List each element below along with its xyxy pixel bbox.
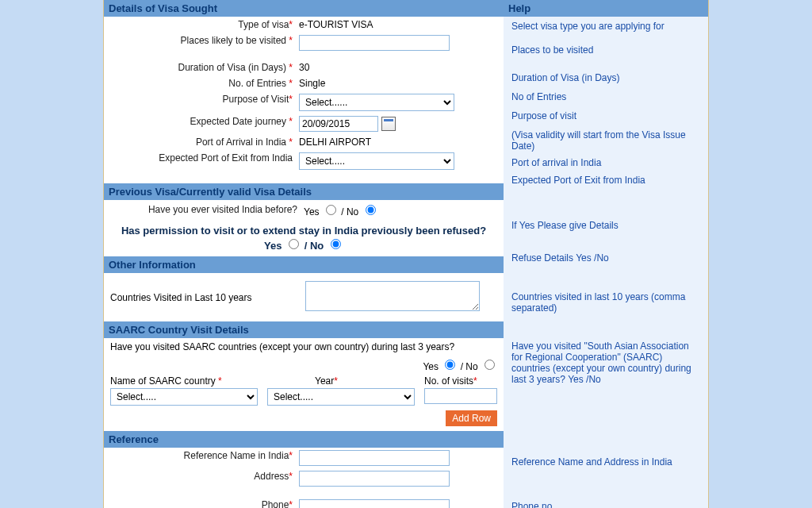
value-entries: Single [299,78,499,89]
text-slash: / [341,206,347,217]
section-header-help: Help [504,0,708,17]
port-exit-select[interactable]: Select..... [299,152,454,170]
section-header-prev: Previous Visa/Currently valid Visa Detai… [104,183,504,200]
help-places: Places to be visited [504,36,708,60]
saarc-year-select[interactable]: Select..... [267,388,415,406]
page-margin-right [709,0,812,508]
main-form-area: Details of Visa Sought Type of visa* e-T… [103,0,709,508]
saarc-yes-radio[interactable] [445,360,455,370]
label-port-arrival: Port of Arrival in India * [109,137,299,148]
label-places: Places likely to be visited * [109,35,299,46]
saarc-question: Have you visited SAARC countries (except… [104,338,504,356]
perm-no-radio[interactable] [331,239,341,249]
saarc-no-radio[interactable] [485,360,495,370]
help-entries: No of Entries [504,87,708,106]
help-expected-date: (Visa validity will start from the Visa … [504,125,708,156]
ref-name-input[interactable] [299,450,450,466]
label-countries-visited: Countries Visited in Last 10 years [110,292,305,303]
help-phone: Phone no [504,497,708,508]
section-header-visa: Details of Visa Sought [104,0,504,17]
label-duration: Duration of Visa (in Days) * [109,62,299,73]
saarc-country-select[interactable]: Select..... [110,388,258,406]
help-countries: Countries visited in last 10 years (comm… [504,283,708,318]
help-duration: Duration of Visa (in Days) [504,60,708,87]
help-refuse: Refuse Details Yes /No [504,235,708,267]
help-purpose: Purpose of visit [504,106,708,125]
label-visited-before: Have you ever visited India before? [109,202,304,215]
value-port-arrival: DELHI AIRPORT [299,137,499,148]
help-port-arrival: Port of arrival in India [504,156,708,172]
saarc-yes-text: Yes [423,361,439,372]
visited-no-radio[interactable] [366,205,376,215]
calendar-icon[interactable] [381,117,396,131]
countries-visited-textarea[interactable] [305,281,480,311]
section-header-other: Other Information [104,256,504,273]
label-entries: No. of Entries * [109,78,299,89]
saarc-visits-input[interactable] [424,388,497,404]
ref-phone-input[interactable] [299,499,450,508]
label-saarc-year: Year* [267,375,424,387]
label-saarc-visits: No. of visits* [424,375,497,387]
help-visa-type: Select visa type you are applying for [504,17,708,36]
permission-question: Has permission to visit or to extend sta… [104,220,504,237]
label-purpose: Purpose of Visit* [109,94,299,105]
help-port-exit: Expected Port of Exit from India [504,172,708,190]
value-duration: 30 [299,62,499,73]
help-visited: If Yes Please give Details [504,216,708,235]
purpose-select[interactable]: Select...... [299,94,454,111]
saarc-no-text: No [465,361,477,372]
perm-yes-text: Yes [264,240,282,252]
label-ref-name: Reference Name in India* [109,450,299,461]
places-input[interactable] [299,35,450,51]
text-no: No [347,206,358,217]
expected-date-input[interactable] [299,116,378,132]
help-ref-name: Reference Name and Address in India [504,452,708,471]
perm-yes-radio[interactable] [289,239,299,249]
perm-slash: / [304,240,310,252]
visited-yes-radio[interactable] [326,205,336,215]
label-saarc-country: Name of SAARC country * [110,375,267,387]
label-port-exit: Expected Port of Exit from India [109,152,299,164]
label-expected-date: Expected Date journey * [109,116,299,127]
add-row-button[interactable]: Add Row [446,410,497,426]
section-header-saarc: SAARC Country Visit Details [104,321,504,338]
value-visa-type: e-TOURIST VISA [299,19,499,30]
label-ref-address: Address* [109,471,299,482]
label-visa-type: Type of visa* [109,19,299,30]
help-saarc: Have you visited "South Asian Associatio… [504,337,708,389]
label-ref-phone: Phone* [109,499,299,508]
ref-address-input[interactable] [299,471,450,487]
section-header-reference: Reference [104,431,504,448]
perm-no-text: No [310,240,324,252]
text-yes: Yes [304,206,320,217]
page-margin-left [0,0,103,508]
